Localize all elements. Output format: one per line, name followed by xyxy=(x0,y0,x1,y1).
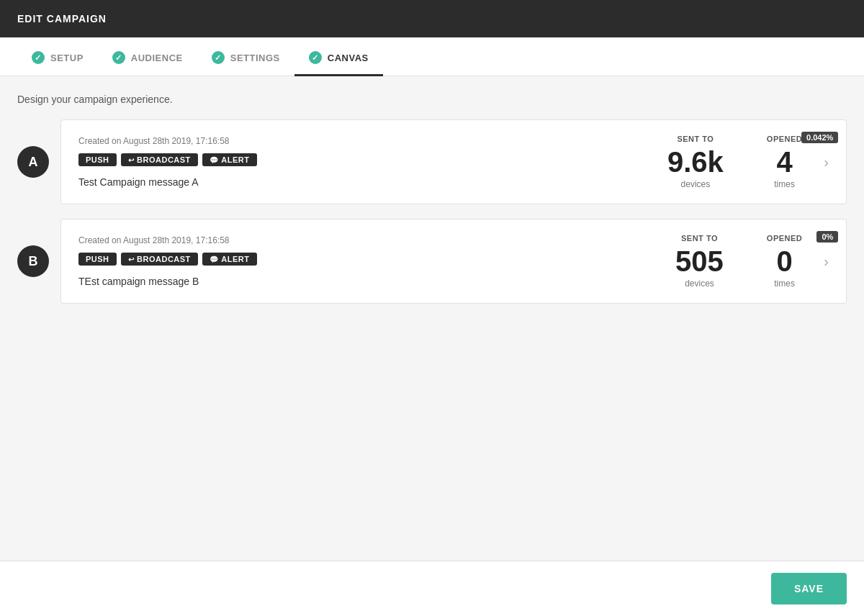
variant-a-sent-to: SENT TO 9.6k devices xyxy=(667,135,724,189)
badge-alert-b: 💬 ALERT xyxy=(202,253,257,266)
badge-push-b: PUSH xyxy=(78,253,117,266)
variant-b-meta: Created on August 28th 2019, 17:16:58 xyxy=(78,235,675,245)
variant-b-opened: OPENED 0% 0 times xyxy=(767,234,802,289)
alert-icon-a: 💬 xyxy=(210,156,219,164)
badge-broadcast-b: ↩ BROADCAST xyxy=(121,253,198,266)
pct-badge-a: 0.042% xyxy=(801,132,838,143)
variant-b-circle: B xyxy=(17,245,49,277)
badge-alert-a: 💬 ALERT xyxy=(202,153,257,166)
check-icon-audience: ✓ xyxy=(112,51,125,64)
tab-audience-label: AUDIENCE xyxy=(131,53,183,63)
page-footer: SAVE xyxy=(0,561,864,613)
variant-a-opened: OPENED 0.042% 4 times xyxy=(767,135,802,189)
variant-b-card-left: Created on August 28th 2019, 17:16:58 PU… xyxy=(78,235,675,287)
opened-label-a: OPENED xyxy=(767,135,802,143)
sent-to-value-b: 505 xyxy=(675,247,724,276)
tab-setup[interactable]: ✓ SETUP xyxy=(17,38,98,76)
tab-settings[interactable]: ✓ SETTINGS xyxy=(197,38,294,76)
tab-canvas-label: CANVAS xyxy=(328,53,369,63)
opened-unit-b: times xyxy=(767,278,802,289)
sent-to-label-b: SENT TO xyxy=(675,234,724,243)
pct-badge-b: 0% xyxy=(816,231,838,243)
check-icon-setup: ✓ xyxy=(32,51,45,64)
page-subtitle: Design your campaign experience. xyxy=(17,94,847,105)
variant-a-circle: A xyxy=(17,146,49,178)
variant-a-card: Created on August 28th 2019, 17:16:58 PU… xyxy=(60,119,847,204)
variant-b-stats: SENT TO 505 devices OPENED 0% 0 times xyxy=(675,234,816,289)
tabs-bar: ✓ SETUP ✓ AUDIENCE ✓ SETTINGS ✓ CANVAS xyxy=(0,37,864,76)
variant-b-name: TEst campaign message B xyxy=(78,276,675,287)
variant-a-stats: SENT TO 9.6k devices OPENED 0.042% 4 tim… xyxy=(667,135,816,189)
main-content: Design your campaign experience. A Creat… xyxy=(0,76,864,613)
sent-to-value-a: 9.6k xyxy=(667,148,724,176)
badge-push-a: PUSH xyxy=(78,153,117,166)
tab-setup-label: SETUP xyxy=(50,53,84,63)
page-title: EDIT CAMPAIGN xyxy=(17,13,107,24)
variant-b-card: Created on August 28th 2019, 17:16:58 PU… xyxy=(60,219,847,304)
alert-icon-b: 💬 xyxy=(210,255,219,263)
badge-broadcast-a: ↩ BROADCAST xyxy=(121,153,198,166)
opened-value-b: 0 xyxy=(767,247,802,276)
sent-to-unit-a: devices xyxy=(667,179,724,189)
variant-a-card-left: Created on August 28th 2019, 17:16:58 PU… xyxy=(78,136,667,188)
variant-a-meta: Created on August 28th 2019, 17:16:58 xyxy=(78,136,667,146)
variant-b-sent-to: SENT TO 505 devices xyxy=(675,234,724,289)
save-button[interactable]: SAVE xyxy=(771,573,847,604)
opened-unit-a: times xyxy=(767,179,802,189)
variant-b-row: B Created on August 28th 2019, 17:16:58 … xyxy=(17,219,847,304)
variant-b-badges: PUSH ↩ BROADCAST 💬 ALERT xyxy=(78,253,675,266)
check-icon-settings: ✓ xyxy=(212,51,225,64)
chevron-right-a[interactable]: › xyxy=(816,154,829,171)
tab-settings-label: SETTINGS xyxy=(230,53,280,63)
page-header: EDIT CAMPAIGN xyxy=(0,0,864,37)
tab-canvas[interactable]: ✓ CANVAS xyxy=(294,38,383,76)
sent-to-unit-b: devices xyxy=(675,278,724,289)
variant-a-badges: PUSH ↩ BROADCAST 💬 ALERT xyxy=(78,153,667,166)
check-icon-canvas: ✓ xyxy=(309,51,322,64)
opened-label-b: OPENED xyxy=(767,234,802,243)
variant-a-name: Test Campaign message A xyxy=(78,176,667,188)
broadcast-icon-b: ↩ xyxy=(128,255,135,263)
variant-a-row: A Created on August 28th 2019, 17:16:58 … xyxy=(17,119,847,204)
opened-value-a: 4 xyxy=(767,148,802,176)
chevron-right-b[interactable]: › xyxy=(816,253,829,270)
broadcast-icon-a: ↩ xyxy=(128,156,135,164)
sent-to-label-a: SENT TO xyxy=(667,135,724,143)
tab-audience[interactable]: ✓ AUDIENCE xyxy=(98,38,197,76)
